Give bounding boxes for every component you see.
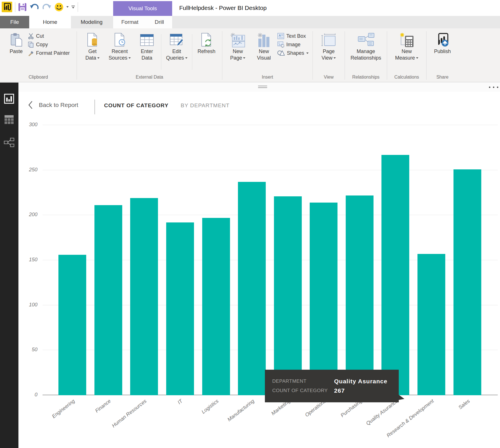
group-label-relationships: Relationships [345, 73, 387, 82]
bar-operations[interactable] [310, 203, 337, 395]
back-to-report-button[interactable]: Back to Report [28, 101, 78, 109]
group-label-view: View [313, 73, 345, 82]
new-page-icon [230, 32, 245, 48]
visual-tools-contextual-tab[interactable]: Visual Tools [113, 1, 172, 16]
redo-button[interactable] [42, 3, 52, 11]
sidebar-item-data-view[interactable] [4, 114, 14, 125]
paste-button[interactable]: Paste [5, 30, 27, 55]
enter-data-icon [140, 32, 154, 48]
text-box-icon: A [277, 33, 284, 39]
copy-button[interactable]: Copy [28, 41, 70, 48]
feedback-smiley-button[interactable] [54, 3, 64, 12]
new-measure-icon [399, 32, 415, 48]
y-tick-label: 250 [20, 167, 37, 173]
page-view-button[interactable]: Page View [316, 30, 342, 61]
copy-icon [28, 41, 34, 48]
y-tick-label: 200 [20, 212, 37, 218]
get-data-icon [86, 32, 99, 48]
back-to-report-label: Back to Report [39, 102, 78, 108]
ribbon-group-external-data: Get Data Recent Sources [77, 28, 222, 82]
bar-it[interactable] [166, 222, 194, 395]
page-view-icon [321, 32, 336, 48]
customize-toolbar-button[interactable] [71, 6, 75, 9]
svg-text:A: A [279, 34, 281, 37]
tab-format[interactable]: Format [119, 16, 141, 28]
enter-data-button[interactable]: Enter Data [134, 30, 160, 61]
focus-header: Back to Report COUNT OF CATEGORY BY DEPA… [18, 98, 500, 115]
bar-logistics[interactable] [202, 218, 230, 395]
group-label-clipboard: Clipboard [0, 73, 77, 82]
tooltip-department-value: Quality Asurance [334, 378, 394, 385]
bar-slot: Engineering [54, 125, 90, 395]
undo-button[interactable] [29, 3, 39, 11]
manage-relationships-icon [357, 32, 375, 48]
y-tick-label: 50 [20, 347, 37, 353]
recent-sources-icon [113, 32, 126, 48]
refresh-icon [200, 32, 213, 48]
edit-queries-icon [170, 32, 184, 48]
bar-engineering[interactable] [58, 255, 86, 395]
chart-tooltip: DEPARTMENT Quality Asurance COUNT OF CAT… [265, 370, 399, 402]
tab-home[interactable]: Home [29, 16, 71, 28]
format-painter-button[interactable]: Format Painter [28, 50, 70, 56]
bar-slot: Finance [90, 125, 126, 395]
group-label-share: Share [427, 73, 458, 82]
new-page-button[interactable]: New Page [225, 30, 251, 61]
brush-icon [28, 50, 34, 56]
more-options-button[interactable] [489, 87, 498, 88]
new-measure-button[interactable]: New Measure [390, 30, 424, 61]
cut-button[interactable]: Cut [28, 33, 70, 39]
bar-finance[interactable] [94, 205, 122, 395]
visual-tools-tab-group: Format Drill [113, 16, 172, 28]
bar-slot: Manufacturing [234, 125, 270, 395]
tab-modeling[interactable]: Modeling [71, 16, 112, 28]
bar-quality-asurance[interactable] [381, 155, 409, 395]
scissors-icon [28, 33, 34, 39]
visual-title: COUNT OF CATEGORY [104, 102, 168, 109]
new-visual-button[interactable]: New Visual [251, 30, 277, 61]
ribbon-tab-row: File Home Modeling Format Drill [0, 16, 500, 28]
ribbon-group-share: Publish Share [427, 28, 458, 82]
dropdown-caret-icon [416, 57, 418, 59]
tab-drill[interactable]: Drill [153, 16, 166, 28]
bar-sales[interactable] [453, 169, 481, 396]
bar-purchasing[interactable] [346, 195, 374, 395]
bar-research-development[interactable] [417, 254, 445, 395]
manage-relationships-button[interactable]: Manage Relationships [346, 30, 386, 61]
back-chevron-icon [28, 101, 33, 109]
get-data-button[interactable]: Get Data [79, 30, 106, 61]
shapes-button[interactable]: Shapes [277, 50, 308, 56]
group-label-calculations: Calculations [387, 73, 426, 82]
sidebar-item-report-view[interactable] [4, 93, 14, 104]
bar-marketing[interactable] [274, 196, 302, 395]
dropdown-caret-icon [97, 57, 100, 59]
tab-file[interactable]: File [0, 16, 29, 28]
bar-human-resources[interactable] [130, 198, 158, 395]
bar-manufacturing[interactable] [238, 182, 266, 395]
sidebar-item-relationships-view[interactable] [4, 137, 14, 148]
save-button[interactable] [18, 3, 27, 11]
shapes-icon [277, 50, 285, 56]
recent-sources-button[interactable]: Recent Sources [106, 30, 134, 61]
y-tick-label: 100 [20, 302, 37, 308]
publish-button[interactable]: Publish [429, 30, 455, 55]
tooltip-count-value: 267 [334, 387, 394, 394]
bar-slot: Marketing [270, 125, 306, 395]
text-box-button[interactable]: A Text Box [277, 33, 308, 39]
y-tick-label: 0 [20, 392, 37, 398]
dropdown-caret-icon [243, 57, 245, 59]
visual-subtitle: BY DEPARTMENT [181, 102, 229, 109]
y-tick-label: 300 [20, 122, 37, 128]
quick-access-toolbar [2, 2, 78, 12]
refresh-button[interactable]: Refresh [193, 30, 220, 55]
publish-icon [435, 32, 450, 48]
image-button[interactable]: Image [277, 41, 308, 48]
edit-queries-button[interactable]: Edit Queries [163, 30, 191, 61]
bar-slot: Quality Asurance [377, 125, 413, 395]
toolbar-separator [78, 2, 78, 12]
ribbon-group-calculations: New Measure Calculations [387, 28, 426, 82]
drag-handle[interactable] [258, 86, 267, 89]
dropdown-caret-icon [185, 57, 187, 59]
tooltip-department-label: DEPARTMENT [272, 378, 334, 384]
smiley-dropdown-caret-icon[interactable] [66, 6, 69, 8]
